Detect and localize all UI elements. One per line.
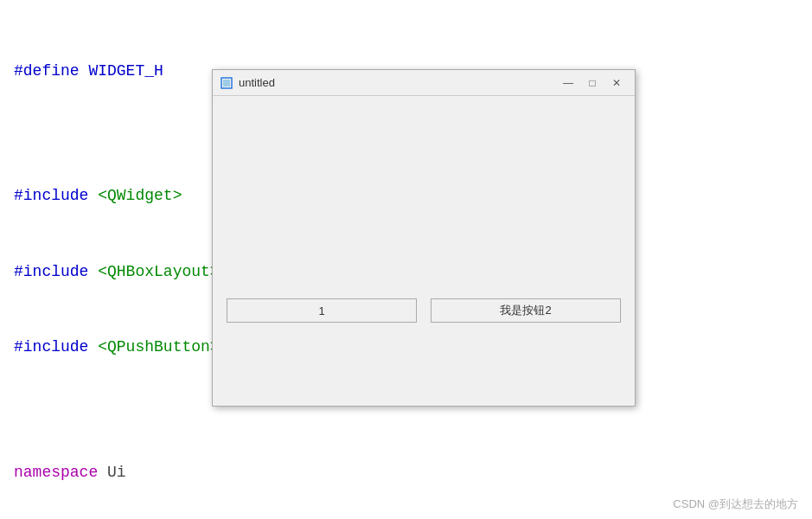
button-1[interactable]: 1 — [227, 298, 417, 323]
window-content: 1 我是按钮2 — [213, 96, 635, 406]
svg-rect-1 — [223, 80, 230, 86]
minimize-button[interactable]: — — [557, 74, 579, 93]
window-title: untitled — [239, 76, 557, 89]
close-button[interactable]: ✕ — [605, 74, 628, 93]
window-controls: — □ ✕ — [557, 74, 628, 93]
button-2[interactable]: 我是按钮2 — [431, 298, 621, 323]
maximize-button[interactable]: □ — [581, 74, 604, 93]
window-icon — [220, 76, 233, 90]
qt-window: untitled — □ ✕ 1 我是按钮2 — [212, 69, 636, 407]
titlebar: untitled — □ ✕ — [213, 70, 635, 96]
watermark: CSDN @到达想去的地方 — [673, 497, 798, 512]
button-row: 1 我是按钮2 — [227, 298, 621, 323]
